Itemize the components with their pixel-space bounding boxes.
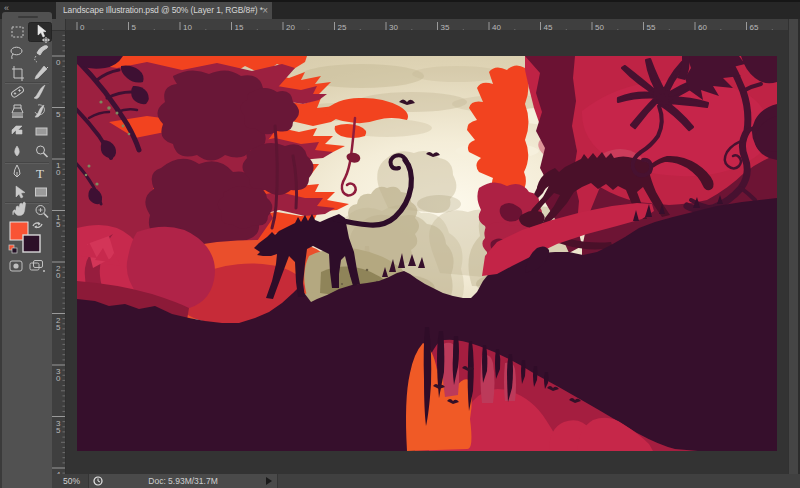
svg-text:5: 5 bbox=[56, 426, 61, 435]
svg-text:5: 5 bbox=[56, 323, 61, 332]
svg-text:0: 0 bbox=[56, 168, 61, 177]
svg-text:5: 5 bbox=[56, 220, 61, 229]
svg-text:T: T bbox=[36, 166, 44, 181]
svg-text:0: 0 bbox=[56, 374, 61, 383]
svg-text:0: 0 bbox=[56, 271, 61, 280]
svg-text:5: 5 bbox=[56, 110, 61, 119]
svg-text:0: 0 bbox=[56, 58, 61, 67]
